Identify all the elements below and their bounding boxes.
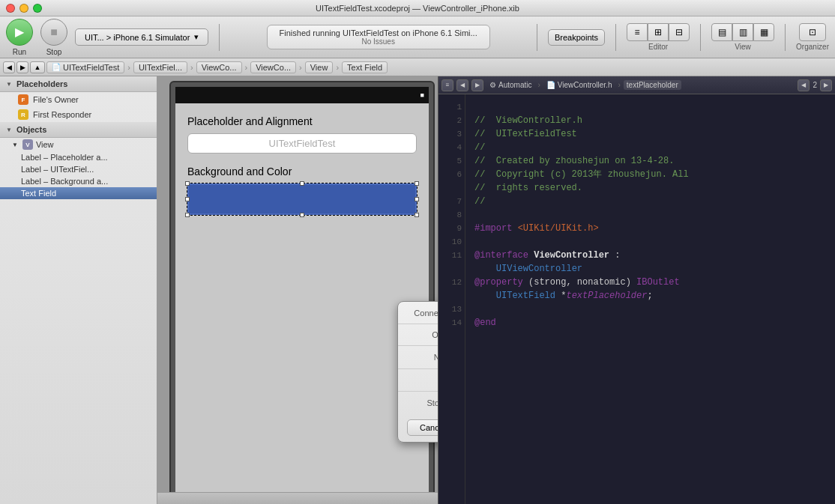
status-bar: ■ — [175, 87, 429, 103]
first-responder-item[interactable]: R First Responder — [0, 107, 157, 122]
version-editor-button[interactable]: ⊟ — [669, 23, 690, 41]
run-label: Run — [13, 48, 26, 56]
breadcrumb-folder[interactable]: UITextFiel... — [133, 61, 187, 73]
handle-tr[interactable] — [415, 181, 419, 186]
breadcrumb-5: View — [310, 63, 328, 72]
scheme-selector[interactable]: UIT... > iPhone 6.1 Simulator ▾ — [75, 28, 208, 46]
page-nav-next[interactable]: ▶ — [820, 79, 832, 91]
bg-textfield[interactable] — [187, 183, 417, 215]
chevron-down-icon: ▾ — [194, 32, 199, 42]
standard-editor-button[interactable]: ≡ — [627, 23, 648, 41]
code-nav-file[interactable]: 📄 ViewController.h — [543, 81, 615, 89]
file-nav-icon: 📄 — [546, 81, 555, 89]
code-line-12a: @property (strong, nonatomic) IBOutlet — [474, 276, 826, 289]
editor-toggle[interactable]: ≡ ⊞ ⊟ — [627, 23, 690, 41]
breadcrumb-4: ViewCo... — [256, 63, 291, 72]
page-nav-prev[interactable]: ◀ — [798, 79, 810, 91]
placeholder-section-title: Placeholder and Alignment — [187, 115, 417, 127]
breadcrumb-vc2[interactable]: ViewCo... — [250, 61, 296, 73]
first-responder-label: First Responder — [33, 110, 91, 119]
file-icon: 📄 — [52, 63, 61, 71]
objects-section-header[interactable]: ▼ Objects — [0, 122, 157, 138]
code-lines: // ViewController.h // UITextFieldTest /… — [465, 94, 835, 504]
view-toggle[interactable]: ▤ ▥ ▦ — [711, 23, 774, 41]
nav-forward-button[interactable]: ▶ — [16, 61, 28, 73]
utilities-button[interactable]: ▦ — [753, 23, 774, 41]
ib-content: Placeholder and Alignment UITextFieldTes… — [175, 103, 429, 227]
page-nav: ◀ 2 ▶ — [798, 79, 832, 91]
code-line-11a: @interface ViewController : — [474, 249, 826, 262]
view-section: ▤ ▥ ▦ View — [711, 23, 774, 51]
breadcrumb-view[interactable]: View — [305, 61, 334, 73]
cancel-button[interactable]: Cancel — [407, 419, 438, 436]
breadcrumb-sep-4: › — [299, 63, 302, 72]
tree-textfield-item[interactable]: Text Field — [0, 187, 157, 199]
code-nav-back-button[interactable]: ◀ — [456, 79, 468, 91]
maximize-button[interactable] — [33, 4, 42, 13]
handle-bm[interactable] — [300, 213, 304, 217]
breadcrumb-project[interactable]: 📄 UITextFieldTest — [46, 61, 124, 73]
code-line-10 — [474, 235, 826, 249]
window-title: UITextFieldTest.xcodeproj — ViewControll… — [316, 4, 519, 13]
tree-label-background[interactable]: Label – Background a... — [0, 175, 157, 187]
code-line-11b: UIViewController — [474, 262, 826, 276]
status-sub-text: No Issues — [280, 37, 477, 46]
close-button[interactable] — [6, 4, 15, 13]
breakpoints-button[interactable]: Breakpoints — [548, 29, 605, 46]
run-button[interactable]: ▶ Run — [6, 19, 33, 56]
minimize-button[interactable] — [19, 4, 28, 13]
connection-row: Connection Outlet ▾ — [398, 302, 438, 324]
code-nav-symbol[interactable]: textPlaceholder — [624, 80, 681, 90]
breadcrumb-vc1[interactable]: ViewCo... — [196, 61, 242, 73]
code-nav-sep: › — [537, 81, 540, 89]
toolbar-separator-5 — [785, 24, 786, 51]
tree-label-uitextfield[interactable]: Label – UITextFiel... — [0, 163, 157, 175]
handle-br[interactable] — [415, 213, 419, 217]
stop-button[interactable]: ■ Stop — [40, 19, 67, 56]
collapse-icon: ▼ — [6, 81, 12, 88]
view-icon: V — [22, 139, 33, 150]
handle-tm[interactable] — [300, 181, 304, 186]
placeholders-section-header[interactable]: ▼ Placeholders — [0, 76, 157, 92]
tree-label-placeholder[interactable]: Label – Placeholder a... — [0, 151, 157, 163]
handle-ml[interactable] — [185, 197, 190, 201]
code-nav-menu-button[interactable]: ≡ — [441, 79, 453, 91]
horizontal-scrollbar[interactable] — [157, 492, 438, 504]
code-line-9: #import <UIKit/UIKit.h> — [474, 222, 826, 235]
files-owner-icon: F — [18, 94, 28, 105]
handle-tl[interactable] — [185, 181, 190, 186]
code-line-4: // — [474, 141, 826, 154]
code-nav-forward-button[interactable]: ▶ — [471, 79, 483, 91]
bg-section-title: Background and Color — [187, 166, 417, 177]
tree-label-placeholder-label: Label – Placeholder a... — [21, 153, 108, 162]
navigator-button[interactable]: ▤ — [711, 23, 732, 41]
breadcrumb: 📄 UITextFieldTest › UITextFiel... › View… — [46, 61, 388, 73]
nav-back-button[interactable]: ◀ — [3, 61, 15, 73]
code-line-6b: // rights reserved. — [474, 181, 826, 195]
code-line-12b: UITextField *textPlaceholder; — [474, 289, 826, 303]
view-label: View — [735, 43, 751, 51]
status-main-text: Finished running UITextFieldTest on iPho… — [280, 28, 477, 37]
run-icon: ▶ — [6, 19, 33, 46]
handle-mr[interactable] — [415, 197, 419, 201]
code-content: 1 2 3 4 5 6 7 8 9 10 11 12 13 14 / — [438, 94, 835, 504]
assistant-editor-button[interactable]: ⊞ — [648, 23, 669, 41]
organizer-button[interactable]: ⊡ — [799, 23, 826, 41]
ib-canvas[interactable]: ■ Placeholder and Alignment UITextFieldT… — [157, 76, 438, 504]
debug-button[interactable]: ▥ — [732, 23, 753, 41]
code-nav-automatic[interactable]: ⚙ Automatic — [486, 81, 534, 89]
bg-textfield-container[interactable] — [187, 183, 417, 215]
organizer-label: Organizer — [796, 43, 829, 51]
editor-section: ≡ ⊞ ⊟ Editor — [627, 23, 690, 51]
nav-up-button[interactable]: ▲ — [30, 61, 45, 73]
window-controls[interactable] — [0, 4, 42, 13]
files-owner-label: File's Owner — [33, 95, 79, 104]
files-owner-item[interactable]: F File's Owner — [0, 92, 157, 107]
selection-handles — [187, 183, 417, 216]
handle-bl[interactable] — [185, 213, 190, 217]
breadcrumb-textfield[interactable]: Text Field — [342, 61, 388, 73]
toolbar-separator-3 — [615, 24, 616, 51]
tree-view-item[interactable]: ▼ V View — [0, 138, 157, 151]
placeholder-text: UITextFieldTest — [269, 138, 336, 149]
placeholder-textfield-demo[interactable]: UITextFieldTest — [187, 133, 417, 154]
